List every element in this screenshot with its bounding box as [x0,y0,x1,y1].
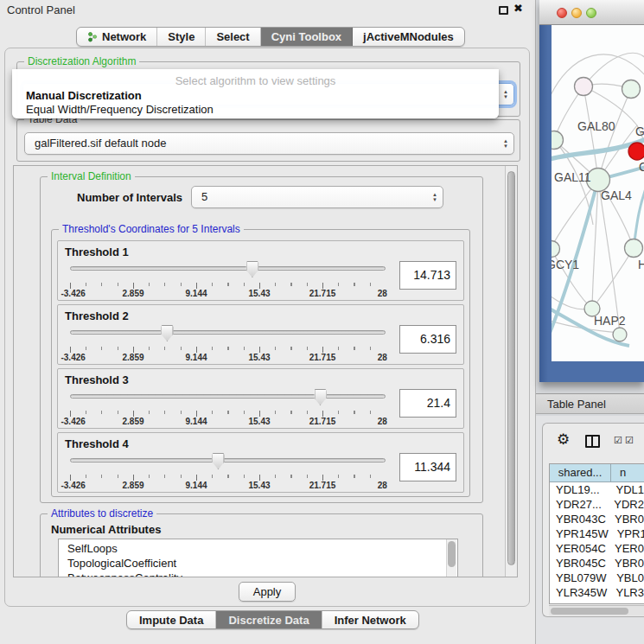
column-header-name[interactable]: n [611,464,644,481]
algorithm-placeholder: Select algorithm to view settings [12,74,499,87]
node-gcy1[interactable] [552,241,560,258]
tab-cyni-toolbox-label: Cyni Toolbox [271,30,341,43]
node-label: GAL80 [577,119,615,133]
table-panel-titlebar: Table Panel [536,393,644,414]
tab-style[interactable]: Style [157,28,206,46]
table-row[interactable]: YBR043CYBR0 [550,512,644,526]
close-traffic-light-icon[interactable] [557,8,567,18]
tab-select[interactable]: Select [206,28,260,46]
table-data-group: Table Data galFiltered.sif default node … [16,119,520,162]
zoom-traffic-light-icon[interactable] [586,8,596,18]
list-item[interactable]: SelfLoops [59,539,457,556]
tab-cyni-toolbox[interactable]: Cyni Toolbox [261,28,353,46]
slider-thumb[interactable] [245,261,258,277]
node-right[interactable] [625,239,643,258]
tick-label: 9.144 [185,417,207,426]
checkbox-icon[interactable]: ☑ [625,435,634,446]
scrollbar-thumb[interactable] [507,171,515,565]
threshold-4-panel: Threshold 4 -3.426 2.859 9.144 [57,432,464,493]
tab-impute-data[interactable]: Impute Data [127,611,216,628]
threshold-1-value-field[interactable]: 14.713 [399,261,456,290]
node-gal80[interactable] [575,78,593,96]
tick-label: 28 [378,481,387,490]
threshold-2-slider[interactable]: -3.426 2.859 9.144 15.43 21.715 28 [68,323,387,361]
table-row[interactable]: YLR345WYLR3 [550,585,644,600]
tick-label: -3.426 [61,289,85,298]
settings-scrollpane: Interval Definition Number of Intervals … [13,165,518,577]
tab-style-label: Style [168,30,194,43]
tab-jactivemnodules-label: jActiveMNodules [363,30,454,43]
network-window-titlebar [539,0,644,25]
node-label: GA [635,124,644,138]
slider-track[interactable] [70,394,386,399]
window-title: Control Panel [7,3,75,16]
threshold-4-slider[interactable]: -3.426 2.859 9.144 15.43 21.715 28 [68,451,387,489]
menu-item-manual-discretization[interactable]: Manual Discretization [26,89,142,102]
apply-button[interactable]: Apply [239,582,296,602]
threshold-4-value-field[interactable]: 11.344 [399,453,456,481]
table-row[interactable]: YPR145WYPR1 [550,526,644,541]
slider-track[interactable] [70,330,386,335]
tick-label: 2.859 [122,481,143,490]
list-item[interactable]: TopologicalCoefficient [59,556,457,571]
minimize-traffic-light-icon[interactable] [571,8,582,18]
node-top-right[interactable] [622,80,641,99]
close-icon[interactable]: ✖ [513,2,523,15]
tick-label: 15.43 [248,481,270,490]
algorithm-dropdown-popup: Select algorithm to view settings Manual… [12,69,499,118]
tick-label: -3.426 [61,417,85,426]
table-horizontal-scrollbar[interactable] [549,605,644,615]
node-label: H [638,258,644,271]
slider-track[interactable] [70,458,386,462]
slider-thumb[interactable] [161,325,174,341]
checkbox-icon[interactable]: ☑ [614,435,622,446]
threshold-2-value-field[interactable]: 6.316 [399,325,456,354]
tab-infer-network[interactable]: Infer Network [322,611,418,628]
table-row[interactable]: YBL079WYBL0 [550,571,644,585]
tab-network[interactable]: Network [77,28,157,46]
tab-discretize-data[interactable]: Discretize Data [216,611,322,628]
list-item[interactable]: BetweennessCentrality [59,571,457,577]
discretization-algorithm-title: Discretization Algorithm [24,55,139,67]
table-row[interactable]: YDR27...YDR2 [550,497,644,512]
menu-item-equal-width-frequency[interactable]: Equal Width/Frequency Discretization [26,103,214,116]
tick-label: 9.144 [185,289,207,298]
tick-label: 2.859 [122,417,143,426]
slider-thumb[interactable] [314,389,327,405]
slider-major-ticks [70,411,386,417]
node-label: GAL11 [554,170,591,184]
combo-stepper-icon: ▲▼ [503,138,508,149]
float-window-icon[interactable] [499,6,508,15]
network-canvas[interactable]: GAL80 GA C GAL11 GAL4 GCY1 H HAP2 [552,25,644,361]
node-label: HAP2 [594,314,626,328]
network-icon [87,31,98,42]
table-row[interactable]: YBR045CYBR0 [550,556,644,571]
slider-thumb[interactable] [212,453,225,469]
columns-icon[interactable] [585,435,600,448]
combo-stepper-icon: ▲▼ [503,89,508,99]
table-data-value: galFiltered.sif default node [35,137,166,150]
scrollbar-thumb[interactable] [551,608,628,615]
column-header-shared-name[interactable]: shared... [550,464,611,481]
node-red-selected[interactable] [628,143,644,160]
tick-label: 2.859 [122,289,143,298]
threshold-1-slider[interactable]: -3.426 2.859 9.144 15.43 21.715 28 [68,259,387,297]
control-panel-titlebar: Control Panel ✖ [0,0,535,21]
number-of-intervals-combobox[interactable]: 5 ▲▼ [191,186,443,208]
slider-track[interactable] [70,266,386,271]
gear-icon[interactable]: ⚙ [557,430,570,449]
table-header-row: shared... n [550,464,644,482]
table-data-combobox[interactable]: galFiltered.sif default node ▲▼ [24,132,514,155]
threshold-3-slider[interactable]: -3.426 2.859 9.144 15.43 21.715 28 [68,387,387,425]
table-row[interactable]: YDL19...YDL1 [550,482,644,497]
control-panel-tabs: Network Style Select Cyni Toolbox jActiv… [76,27,465,47]
table-row[interactable]: YIL052CYIL0 [550,600,644,604]
node-label: C [639,160,644,174]
attributes-list-scrollbar[interactable] [446,539,456,577]
threshold-3-value-field[interactable]: 21.4 [399,389,456,418]
table-row[interactable]: YER054CYER0 [550,541,644,556]
interval-definition-group: Interval Definition Number of Intervals … [40,176,483,503]
tab-jactivemnodules[interactable]: jActiveMNodules [353,28,464,46]
settings-vertical-scrollbar[interactable] [505,166,517,577]
node-bottom-right[interactable] [613,328,627,341]
